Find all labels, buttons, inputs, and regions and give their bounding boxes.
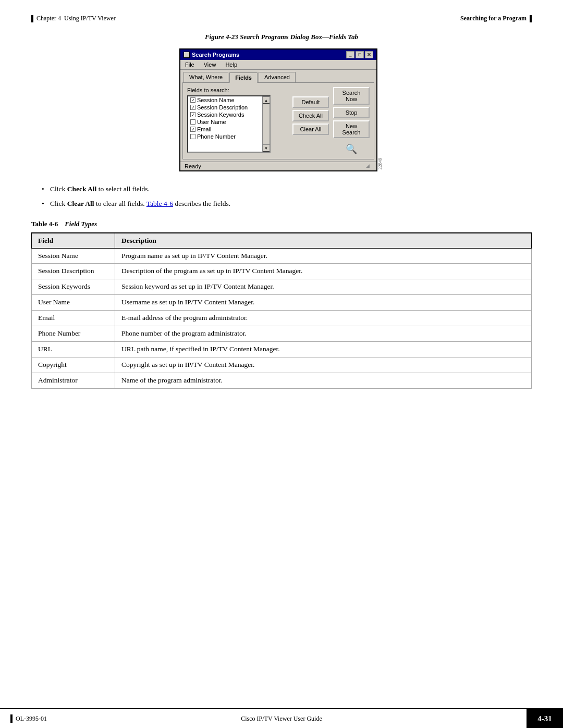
- clear-all-button[interactable]: Clear All: [292, 124, 329, 135]
- dialog-tabs: What, Where Fields Advanced: [180, 70, 376, 82]
- resize-handle[interactable]: ◢: [366, 163, 372, 169]
- description-cell: Phone number of the program administrato…: [115, 326, 532, 341]
- tab-fields[interactable]: Fields: [229, 72, 258, 83]
- field-cell: Administrator: [32, 373, 115, 388]
- table-row: AdministratorName of the program adminis…: [32, 373, 532, 388]
- minimize-button[interactable]: _: [346, 51, 354, 58]
- footer-left: OL-3995-01: [0, 709, 47, 728]
- dialog-app-icon: [183, 52, 190, 58]
- main-content: Figure 4-23 Search Programs Dialog Box—F…: [0, 22, 563, 410]
- field-cell: Copyright: [32, 357, 115, 373]
- dialog-menubar: File View Help: [180, 60, 376, 70]
- checkbox-email[interactable]: [190, 127, 195, 132]
- header-bar-right: [530, 15, 532, 22]
- footer-doc-number: OL-3995-01: [16, 715, 47, 723]
- figure-number: 22849: [377, 158, 383, 170]
- header-bar-left: [31, 15, 33, 22]
- bullet-section: Click Check All to select all fields. Cl…: [31, 184, 532, 209]
- field-cell: URL: [32, 341, 115, 357]
- bullet-item-check-all: Click Check All to select all fields.: [42, 184, 532, 194]
- table-header-row: Field Description: [32, 233, 532, 249]
- table-row: User NameUsername as set up in IP/TV Con…: [32, 295, 532, 311]
- check-all-button[interactable]: Check All: [292, 110, 329, 121]
- list-item[interactable]: User Name: [188, 118, 270, 126]
- checkbox-session-keywords[interactable]: [190, 112, 195, 117]
- chapter-title: Using IP/TV Viewer: [64, 15, 116, 22]
- list-item[interactable]: Session Keywords: [188, 111, 270, 118]
- field-cell: Phone Number: [32, 326, 115, 341]
- dialog-container: Search Programs _ □ ✕ File View Help: [31, 48, 532, 171]
- footer-center: Cisco IP/TV Viewer User Guide: [241, 709, 332, 728]
- scroll-up-arrow[interactable]: ▲: [263, 96, 270, 104]
- magnifier-icon: 🔍: [346, 144, 357, 154]
- fields-to-search-label: Fields to search:: [187, 87, 288, 93]
- menu-file[interactable]: File: [183, 61, 196, 68]
- table-row: Session KeywordsSession keyword as set u…: [32, 279, 532, 295]
- table-row: Session NameProgram name as set up in IP…: [32, 248, 532, 264]
- checkbox-session-name[interactable]: [190, 97, 195, 103]
- scroll-down-arrow[interactable]: ▼: [263, 144, 270, 152]
- field-types-table: Field Description Session NameProgram na…: [31, 232, 532, 389]
- list-item[interactable]: Email: [188, 126, 270, 133]
- center-buttons: Default Check All Clear All: [292, 87, 329, 155]
- page-number-badge: 4-31: [527, 709, 563, 728]
- dialog-status-bar: Ready ◢: [180, 162, 376, 170]
- table-caption: Table 4-6 Field Types: [31, 220, 532, 228]
- footer-bar: [10, 714, 13, 723]
- field-cell: Email: [32, 311, 115, 326]
- header-right: Searching for a Program: [460, 15, 532, 22]
- page-header: Chapter 4 Using IP/TV Viewer Searching f…: [0, 0, 563, 22]
- right-buttons: Search Now Stop New Search 🔍: [333, 87, 370, 155]
- field-label-email: Email: [197, 126, 212, 132]
- menu-view[interactable]: View: [202, 61, 218, 68]
- table-row: CopyrightCopyright as set up in IP/TV Co…: [32, 357, 532, 373]
- default-button[interactable]: Default: [292, 96, 329, 108]
- search-programs-dialog: Search Programs _ □ ✕ File View Help: [179, 48, 377, 171]
- page: Chapter 4 Using IP/TV Viewer Searching f…: [0, 0, 563, 728]
- description-cell: Username as set up in IP/TV Content Mana…: [115, 295, 532, 311]
- status-text: Ready: [185, 163, 201, 169]
- fields-listbox[interactable]: Session Name Session Description Session…: [187, 95, 271, 153]
- checkbox-session-description[interactable]: [190, 105, 195, 110]
- dialog-titlebar: Search Programs _ □ ✕: [180, 50, 376, 60]
- list-item[interactable]: Session Name: [188, 96, 270, 104]
- figure-caption: Figure 4-23 Search Programs Dialog Box—F…: [31, 33, 532, 41]
- description-cell: E-mail address of the program administra…: [115, 311, 532, 326]
- description-cell: Session keyword as set up in IP/TV Conte…: [115, 279, 532, 295]
- field-label-session-keywords: Session Keywords: [197, 112, 244, 118]
- col-header-field: Field: [32, 233, 115, 249]
- stop-button[interactable]: Stop: [333, 107, 370, 118]
- menu-help[interactable]: Help: [224, 61, 239, 68]
- page-footer: OL-3995-01 Cisco IP/TV Viewer User Guide…: [0, 708, 563, 728]
- close-button[interactable]: ✕: [365, 51, 373, 58]
- clear-all-bold: Clear All: [67, 200, 94, 207]
- list-item[interactable]: Session Description: [188, 104, 270, 111]
- bullet-item-clear-all: Click Clear All to clear all fields. Tab…: [42, 199, 532, 209]
- description-cell: URL path name, if specified in IP/TV Con…: [115, 341, 532, 357]
- table-caption-title: Field Types: [65, 220, 97, 228]
- footer-right: 4-31: [527, 709, 563, 728]
- checkbox-user-name[interactable]: [190, 119, 195, 125]
- field-label-session-name: Session Name: [197, 97, 235, 103]
- field-cell: Session Keywords: [32, 279, 115, 295]
- table-section: Table 4-6 Field Types Field Description …: [31, 220, 532, 389]
- table-row: EmailE-mail address of the program admin…: [32, 311, 532, 326]
- checkbox-phone-number[interactable]: [190, 134, 195, 139]
- description-cell: Copyright as set up in IP/TV Content Man…: [115, 357, 532, 373]
- chapter-label: Chapter 4: [36, 15, 61, 22]
- search-now-button[interactable]: Search Now: [333, 87, 370, 105]
- maximize-button[interactable]: □: [356, 51, 364, 58]
- tab-advanced[interactable]: Advanced: [259, 72, 296, 82]
- listbox-scrollbar[interactable]: ▲ ▼: [262, 96, 270, 152]
- table-link[interactable]: Table 4-6: [146, 200, 173, 207]
- dialog-left-panel: Fields to search: Session Name Session D…: [187, 87, 288, 155]
- header-left: Chapter 4 Using IP/TV Viewer: [31, 15, 116, 22]
- footer-product-name: Cisco IP/TV Viewer User Guide: [241, 715, 322, 723]
- tab-what-where[interactable]: What, Where: [183, 72, 228, 82]
- table-row: Session DescriptionDescription of the pr…: [32, 264, 532, 279]
- table-row: Phone NumberPhone number of the program …: [32, 326, 532, 341]
- dialog-body: Fields to search: Session Name Session D…: [182, 82, 374, 159]
- field-label-phone-number: Phone Number: [197, 133, 236, 140]
- list-item[interactable]: Phone Number: [188, 133, 270, 140]
- new-search-button[interactable]: New Search: [333, 120, 370, 138]
